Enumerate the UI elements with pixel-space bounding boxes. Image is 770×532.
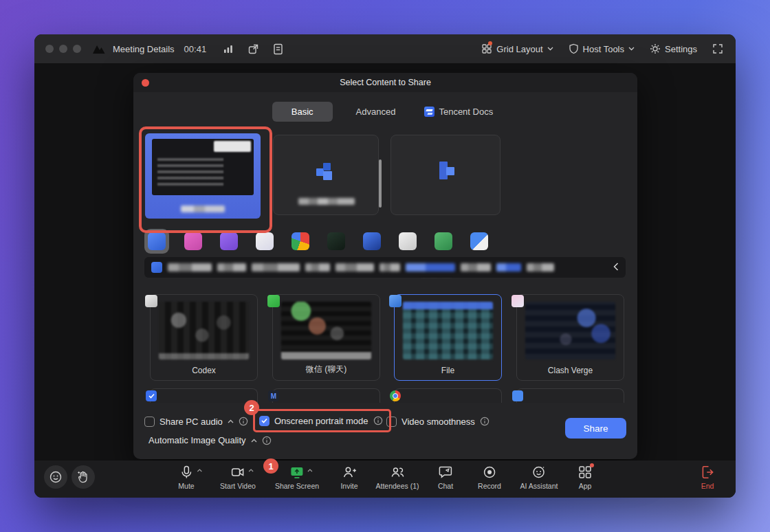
app-logo-mountain-icon bbox=[92, 43, 106, 54]
toolbar-start-video-label: Start Video bbox=[220, 482, 256, 490]
toolbar-record-button[interactable]: Record bbox=[478, 465, 501, 490]
share-button[interactable]: Share bbox=[565, 418, 626, 439]
document-icon[interactable] bbox=[273, 43, 283, 55]
raise-hand-icon bbox=[76, 469, 91, 485]
toolbar-app-button[interactable]: App bbox=[578, 465, 593, 490]
end-meeting-icon bbox=[700, 465, 715, 480]
chevron-up-icon[interactable] bbox=[197, 469, 202, 472]
app-icon-2[interactable] bbox=[184, 232, 202, 250]
app-icon-7[interactable] bbox=[363, 232, 381, 250]
window-card-clash-verge[interactable]: Clash Verge bbox=[516, 294, 624, 381]
chevron-up-icon[interactable] bbox=[248, 469, 254, 472]
app-icon-10[interactable] bbox=[470, 232, 488, 250]
dialog-close-button[interactable] bbox=[142, 79, 149, 87]
app-icon-8[interactable] bbox=[399, 232, 417, 250]
automatic-image-quality-label: Automatic Image Quality bbox=[148, 435, 246, 445]
chevron-down-icon bbox=[547, 47, 553, 51]
chevron-up-icon[interactable] bbox=[228, 419, 234, 423]
window-card-wechat[interactable]: 微信 (聊天) bbox=[272, 294, 380, 381]
toolbar-end-label: End bbox=[701, 482, 714, 490]
toolbar-ai-assistant-button[interactable]: AI Assistant bbox=[520, 465, 558, 490]
onscreen-portrait-mode-checkbox[interactable] bbox=[259, 416, 270, 426]
info-icon[interactable] bbox=[239, 417, 248, 426]
host-tools-button[interactable]: Host Tools bbox=[569, 43, 635, 54]
app-icon-6[interactable] bbox=[327, 232, 345, 250]
signal-strength-icon[interactable] bbox=[223, 43, 234, 54]
tab-basic[interactable]: Basic bbox=[272, 102, 333, 122]
window-card-label: File bbox=[395, 366, 501, 375]
share-pc-audio-checkbox[interactable] bbox=[144, 417, 155, 427]
select-content-to-share-dialog: Select Content to Share Basic Advanced T… bbox=[133, 73, 637, 459]
window-card-label: Codex bbox=[151, 366, 257, 375]
toolbar-invite-button[interactable]: Invite bbox=[340, 465, 358, 490]
screen-thumbnail-2[interactable] bbox=[273, 135, 379, 215]
app-icon-3[interactable] bbox=[220, 232, 238, 250]
share-screen-icon bbox=[289, 465, 305, 480]
app-icon-4[interactable] bbox=[256, 232, 274, 250]
camera-icon bbox=[230, 465, 245, 480]
grid-layout-button[interactable]: Grid Layout bbox=[481, 43, 553, 54]
wechat-app-icon bbox=[267, 295, 280, 307]
info-icon[interactable] bbox=[262, 436, 272, 445]
share-pc-audio-option[interactable]: Share PC audio bbox=[144, 412, 248, 431]
screen-thumbnail-1[interactable] bbox=[145, 133, 261, 219]
info-icon[interactable] bbox=[373, 416, 383, 425]
blurred-screen-name bbox=[181, 206, 225, 212]
info-icon[interactable] bbox=[480, 417, 490, 426]
clash-verge-app-icon bbox=[512, 295, 524, 307]
chevron-up-icon[interactable] bbox=[307, 469, 313, 472]
app-icon-5[interactable] bbox=[292, 232, 309, 250]
host-tools-label: Host Tools bbox=[583, 44, 624, 54]
toolbar-end-button[interactable]: End bbox=[700, 465, 715, 490]
tab-tencent-docs[interactable]: Tencent Docs bbox=[419, 102, 498, 122]
close-window-button[interactable] bbox=[45, 45, 54, 53]
window-card-partial-4[interactable] bbox=[516, 388, 624, 403]
window-banner-item[interactable] bbox=[144, 257, 626, 278]
video-smoothness-label: Video smoothness bbox=[402, 417, 475, 427]
tencent-docs-app-icon bbox=[146, 390, 157, 401]
minimize-window-button[interactable] bbox=[59, 45, 67, 53]
toolbar-share-screen-button[interactable]: Share Screen bbox=[275, 465, 319, 490]
fullscreen-icon[interactable] bbox=[712, 43, 723, 54]
raise-hand-button[interactable] bbox=[72, 465, 95, 489]
gear-icon bbox=[650, 43, 661, 54]
toolbar-record-label: Record bbox=[478, 482, 501, 490]
window-card-file[interactable]: File bbox=[394, 294, 502, 381]
window-thumbnail bbox=[281, 302, 371, 359]
window-card-partial-1[interactable] bbox=[150, 388, 258, 403]
meeting-details-link[interactable]: Meeting Details bbox=[113, 44, 175, 54]
window-card-partial-2[interactable]: M bbox=[272, 388, 380, 403]
toolbar-attendees-button[interactable]: Attendees (1) bbox=[375, 465, 419, 490]
automatic-image-quality-control[interactable]: Automatic Image Quality bbox=[148, 435, 272, 445]
traffic-lights[interactable] bbox=[45, 45, 81, 53]
toolbar-chat-button[interactable]: Chat bbox=[438, 465, 453, 490]
window-card-partial-3[interactable] bbox=[394, 388, 502, 403]
video-smoothness-option[interactable]: Video smoothness bbox=[386, 412, 490, 431]
smiley-icon bbox=[48, 469, 63, 485]
window-card-codex[interactable]: Codex bbox=[150, 294, 258, 381]
settings-button[interactable]: Settings bbox=[650, 43, 697, 54]
window-card-label: Clash Verge bbox=[517, 366, 624, 375]
window-thumbnail bbox=[525, 302, 615, 359]
tab-advanced[interactable]: Advanced bbox=[351, 102, 402, 122]
scrollbar-divider[interactable] bbox=[379, 159, 382, 208]
toolbar-mute-label: Mute bbox=[178, 482, 194, 490]
chevron-up-icon[interactable] bbox=[251, 439, 257, 443]
zoom-window-button[interactable] bbox=[73, 45, 81, 53]
chat-bubble-icon bbox=[438, 465, 453, 480]
blurred-screen-name bbox=[298, 198, 355, 205]
browser-app-icon bbox=[390, 390, 401, 401]
toolbar-mute-button[interactable]: Mute bbox=[178, 465, 194, 490]
open-in-new-window-icon[interactable] bbox=[248, 43, 259, 55]
app-icon-1[interactable] bbox=[148, 232, 166, 250]
record-icon bbox=[482, 465, 497, 480]
ai-assistant-icon bbox=[531, 465, 547, 480]
app-icon-9[interactable] bbox=[434, 232, 452, 250]
reactions-button[interactable] bbox=[44, 465, 67, 489]
running-apps-row bbox=[133, 230, 637, 254]
screen-thumbnail-3[interactable] bbox=[390, 135, 500, 215]
chevron-left-icon[interactable] bbox=[613, 263, 619, 271]
microphone-icon bbox=[179, 465, 194, 480]
toolbar-start-video-button[interactable]: Start Video bbox=[220, 465, 256, 490]
chevron-down-icon bbox=[628, 47, 635, 51]
